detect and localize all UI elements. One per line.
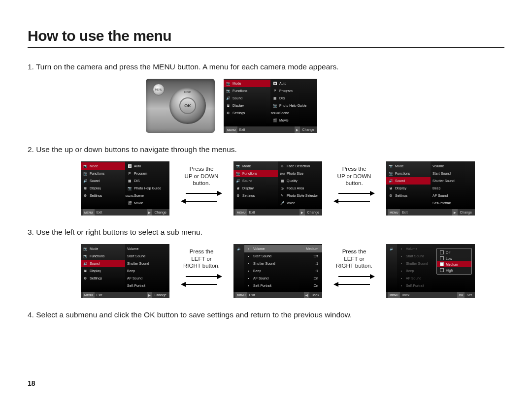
mode-scene: SCENEScene	[270, 109, 317, 117]
menu-item-settings: ⚙Settings	[224, 109, 270, 117]
footer-play-icon: ▶	[295, 126, 300, 133]
menu-item-sound: 🔊Sound	[224, 94, 270, 102]
menu-item-functions: 📷Functions	[224, 87, 270, 94]
caption-updown: Press the UP or DOWN button.	[185, 165, 219, 186]
speaker-icon: 🔉	[389, 247, 394, 251]
lcd-s2-c: 📷Mode 📷Functions 🔊Sound 🖥Display ⚙Settin…	[386, 161, 475, 216]
page-number: 18	[28, 379, 35, 387]
popup-high: High	[437, 267, 471, 273]
mode-dis: ▦DIS	[270, 94, 317, 102]
menu-item-mode: 📷Mode	[224, 80, 270, 87]
lcd-s2-a: 📷Mode 📷Functions 🔊Sound 🖥Display ⚙Settin…	[81, 161, 169, 216]
menu-item-display: 🖥Display	[224, 102, 270, 109]
step-3: 3. Use the left or right buttons to sele…	[28, 227, 504, 237]
camera-icon: 📷	[226, 81, 231, 86]
speaker-icon: 🔉	[236, 247, 241, 251]
nav-ring: DISP OK	[169, 88, 206, 124]
lcd-s3-c: 🔉 •Volume •Start Sound •Shutter Sound •B…	[386, 244, 475, 298]
step3-row: 📷Mode 📷Functions 🔊Sound 🖥Display ⚙Settin…	[28, 244, 504, 298]
lcd-s3-b: 🔉 •VolumeMedium •Start Sound:Off •Shutte…	[233, 244, 322, 298]
arrow-left-icon	[333, 282, 375, 287]
arrow-updown-2: Press the UP or DOWN button.	[331, 165, 377, 205]
popup-low: Low	[437, 255, 471, 261]
popup-off: Off	[437, 249, 471, 255]
camera-illustration: MENU DISP OK	[146, 79, 215, 133]
arrow-right-icon	[333, 191, 375, 196]
popup-medium: Medium	[437, 261, 471, 267]
arrow-leftright-2: Press the LEFT or RIGHT button.	[331, 248, 377, 288]
step-4: 4. Select a submenu and click the OK but…	[28, 310, 504, 320]
step-2: 2. Use the up or down buttons to navigat…	[28, 145, 504, 154]
arrow-updown-1: Press the UP or DOWN button.	[178, 165, 225, 205]
arrow-right-icon	[181, 191, 222, 196]
mode-guide: 📷Photo Help Guide	[270, 102, 317, 109]
mode-program: PProgram	[270, 87, 317, 94]
arrow-right-icon	[181, 274, 222, 279]
step2-row: 📷Mode 📷Functions 🔊Sound 🖥Display ⚙Settin…	[28, 161, 504, 216]
mode-movie: 🎬Movie	[270, 117, 317, 124]
volume-popup: Off Low Medium High	[436, 248, 472, 275]
arrow-left-icon	[333, 199, 375, 204]
menu-button-icon: MENU	[153, 84, 165, 95]
ok-button: OK	[179, 97, 196, 114]
step1-row: MENU DISP OK 📷Mode 📷Functions 🔊Sound 🖥Di…	[28, 79, 504, 133]
title-rule	[28, 47, 504, 48]
arrow-left-icon	[181, 199, 222, 204]
step-1: 1. Turn on the camera and press the MENU…	[28, 62, 504, 72]
page-title: How to use the menu	[28, 28, 504, 44]
lcd-main-menu: 📷Mode 📷Functions 🔊Sound 🖥Display ⚙Settin…	[224, 79, 317, 133]
lcd-s2-b: 📷Mode 📷Functions 🔊Sound 🖥Display ⚙Settin…	[233, 161, 322, 216]
arrow-left-icon	[181, 282, 222, 287]
lcd-footer: MENUExit ▶Change	[224, 126, 317, 133]
arrow-leftright-1: Press the LEFT or RIGHT button.	[178, 248, 225, 288]
footer-menu-icon: MENU	[226, 126, 237, 133]
lcd-s3-a: 📷Mode 📷Functions 🔊Sound 🖥Display ⚙Settin…	[81, 244, 169, 298]
mode-auto: 🅰Auto	[270, 80, 317, 87]
arrow-right-icon	[333, 274, 375, 279]
disp-label: DISP	[184, 91, 191, 93]
